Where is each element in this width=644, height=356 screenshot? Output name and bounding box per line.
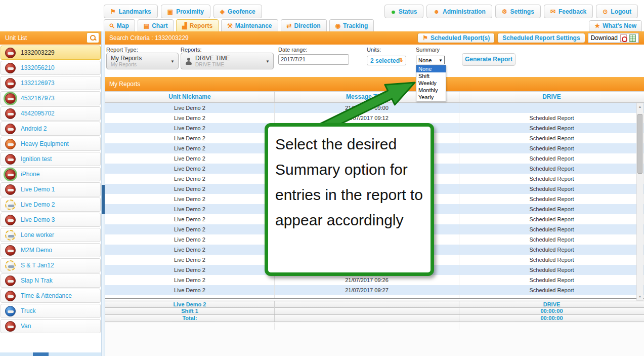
unit-item-heavy-equipment[interactable]: Heavy Equipment xyxy=(1,137,101,151)
unit-list-panel: Unit List 133200322913320562101332126973… xyxy=(0,31,101,356)
scheduled-reports-label: Scheduled Report(s) xyxy=(431,34,490,42)
status-button[interactable]: ●Status xyxy=(384,5,423,18)
search-criteria-bar: Search Criteria : 1332003229 ⚑ Scheduled… xyxy=(105,31,644,45)
table-row: Live Demo 221/07/2017 09:28Scheduled Rep… xyxy=(105,295,644,299)
geofence-button[interactable]: ◈Geofence xyxy=(213,5,262,18)
sidebar-scrollbar-thumb[interactable] xyxy=(33,352,49,356)
generate-report-button[interactable]: Generate Report xyxy=(462,53,516,66)
scroll-down-arrow[interactable]: ▼ xyxy=(637,294,643,300)
logout-button[interactable]: ⊙Logout xyxy=(596,5,638,18)
column-header-drive[interactable]: DRIVE xyxy=(459,92,644,102)
flag-icon: ⚑ xyxy=(110,9,116,15)
unit-list-header: Unit List xyxy=(0,31,101,45)
tab-chart[interactable]: ▤Chart xyxy=(138,19,174,31)
table-scrollbar-thumb[interactable] xyxy=(637,114,642,174)
unit-item-slap-n-trak[interactable]: Slap N Trak xyxy=(1,273,101,288)
unit-item-4542095702[interactable]: 4542095702 xyxy=(1,106,101,121)
landmarks-button[interactable]: ⚑Landmarks xyxy=(104,5,158,18)
pdf-download-icon[interactable] xyxy=(620,34,627,42)
time-cell: 21/07/2017 09:28 xyxy=(275,295,459,299)
excel-download-icon[interactable] xyxy=(629,34,636,42)
column-header-unit-nickname[interactable]: Unit Nickname xyxy=(105,92,275,102)
unit-item-live-demo-1[interactable]: Live Demo 1 xyxy=(1,182,101,196)
unit-item-s-t-jan12[interactable]: S & T Jan12 xyxy=(1,258,101,272)
summary-option-shift[interactable]: Shift xyxy=(416,72,446,80)
reports-label: Reports: xyxy=(181,47,202,53)
proximity-icon: ▣ xyxy=(167,9,173,15)
vehicle-status-icon xyxy=(5,245,16,256)
drive-cell xyxy=(459,103,644,113)
units-select[interactable]: 2 selected ⇅ xyxy=(367,56,406,65)
tab-tracking[interactable]: ◉Tracking xyxy=(329,19,374,31)
splitter-handle[interactable] xyxy=(102,185,105,214)
drive-cell: Scheduled Report xyxy=(459,204,644,214)
geofence-label: Geofence xyxy=(228,8,255,15)
unit-name: Android 2 xyxy=(21,125,47,132)
status-label: Status xyxy=(399,8,417,15)
scheduled-report-settings-button[interactable]: Scheduled Report Settings xyxy=(497,33,585,43)
scroll-up-arrow[interactable]: ▲ xyxy=(637,104,643,110)
unit-item-1332003229[interactable]: 1332003229 xyxy=(1,46,101,60)
unit-item-1332126973[interactable]: 1332126973 xyxy=(1,76,101,90)
date-range-input[interactable]: 2017/7/21 xyxy=(278,54,349,65)
unit-name: Lone worker xyxy=(21,231,54,239)
settings-button[interactable]: ⚙Settings xyxy=(495,5,541,18)
unit-cell: Live Demo 2 xyxy=(105,113,275,123)
reports-dropdown[interactable]: DRIVE TIME DRIVE TIME ▼ xyxy=(181,53,274,69)
administration-button[interactable]: ☻Administration xyxy=(426,5,492,18)
download-box: Download xyxy=(588,33,639,43)
unit-item-time-attendance[interactable]: Time & Attendance xyxy=(1,289,101,303)
unit-item-van[interactable]: Van xyxy=(1,319,101,333)
chevron-down-icon: ▼ xyxy=(170,59,175,64)
gear-icon: ⚙ xyxy=(502,9,507,15)
drive-cell: Scheduled Report xyxy=(459,295,644,299)
summary-select[interactable]: None ▼ xyxy=(416,56,445,64)
drive-cell: Scheduled Report xyxy=(459,113,644,123)
summary-drive-cell: 00:00:00 xyxy=(459,315,644,322)
unit-item-ignition-test[interactable]: Ignition test xyxy=(1,152,101,166)
tab-maintenance[interactable]: ⚒Maintenance xyxy=(221,19,278,31)
unit-name: Slap N Trak xyxy=(21,277,53,284)
unit-item-1332056210[interactable]: 1332056210 xyxy=(1,61,101,75)
unit-item-4532167973[interactable]: 4532167973 xyxy=(1,91,101,105)
report-type-dropdown[interactable]: My Reports My Reports ▼ xyxy=(106,53,179,69)
drive-cell: Scheduled Report xyxy=(459,275,644,285)
summary-unit-cell: Total: xyxy=(105,315,275,322)
unit-item-truck[interactable]: Truck xyxy=(1,304,101,318)
drive-cell: Scheduled Report xyxy=(459,174,644,184)
tab-label: Direction xyxy=(294,22,321,29)
drive-cell: Scheduled Report xyxy=(459,224,644,234)
app-window: ⚑Landmarks▣Proximity◈Geofence ●Status☻Ad… xyxy=(0,0,644,356)
unit-item-android-2[interactable]: Android 2 xyxy=(1,122,101,136)
whats-new-button[interactable]: ★ What's New xyxy=(589,20,642,31)
summary-option-monthly[interactable]: Monthly xyxy=(416,87,446,94)
feedback-button[interactable]: ✉Feedback xyxy=(544,5,593,18)
date-range-label: Date range: xyxy=(278,47,307,53)
unit-item-m2m-demo[interactable]: M2M Demo xyxy=(1,243,101,257)
tab-direction[interactable]: ⇄Direction xyxy=(281,19,327,31)
tab-map[interactable]: ⚲Map xyxy=(104,19,135,31)
report-type-label: Report Type: xyxy=(106,47,138,53)
unit-item-live-demo-3[interactable]: Live Demo 3 xyxy=(1,213,101,227)
unit-item-iphone[interactable]: iPhone xyxy=(1,167,101,181)
summary-option-weekly[interactable]: Weekly xyxy=(416,80,446,87)
proximity-button[interactable]: ▣Proximity xyxy=(161,5,210,18)
annotation-callout: Select the desired Summary option for en… xyxy=(265,123,434,276)
vehicle-status-icon xyxy=(5,275,16,286)
report-type-sub: My Reports xyxy=(111,62,169,67)
unit-cell: Live Demo 2 xyxy=(105,255,275,265)
drive-cell: Scheduled Report xyxy=(459,255,644,265)
scheduled-reports-button[interactable]: ⚑ Scheduled Report(s) xyxy=(417,33,495,43)
unit-item-live-demo-2[interactable]: Live Demo 2 xyxy=(1,197,101,212)
summary-unit-cell: Live Demo 2 xyxy=(105,301,275,308)
unit-cell: Live Demo 2 xyxy=(105,285,275,295)
unit-search-button[interactable] xyxy=(87,32,99,43)
vehicle-status-icon xyxy=(5,124,16,134)
panel-splitter xyxy=(101,31,105,356)
top-buttons-right: ●Status☻Administration⚙Settings✉Feedback… xyxy=(384,5,641,18)
summary-option-yearly[interactable]: Yearly xyxy=(416,94,446,101)
tab-reports[interactable]: ▟Reports xyxy=(176,19,219,31)
unit-item-lone-worker[interactable]: Lone worker xyxy=(1,228,101,242)
summary-option-none[interactable]: None xyxy=(416,65,446,72)
summary-dropdown-list: NoneShiftWeeklyMonthlyYearly xyxy=(416,65,446,101)
